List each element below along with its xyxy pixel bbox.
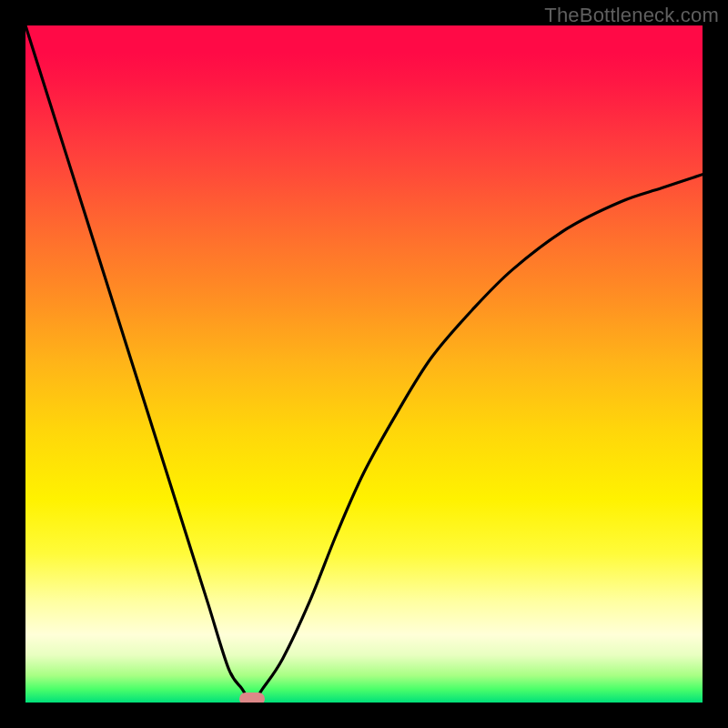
watermark-text: TheBottleneck.com [544,4,719,27]
plot-area [25,25,703,703]
chart-frame: TheBottleneck.com [0,0,728,728]
curve-layer [25,25,703,703]
bottleneck-curve [25,25,703,703]
min-marker [239,693,265,703]
